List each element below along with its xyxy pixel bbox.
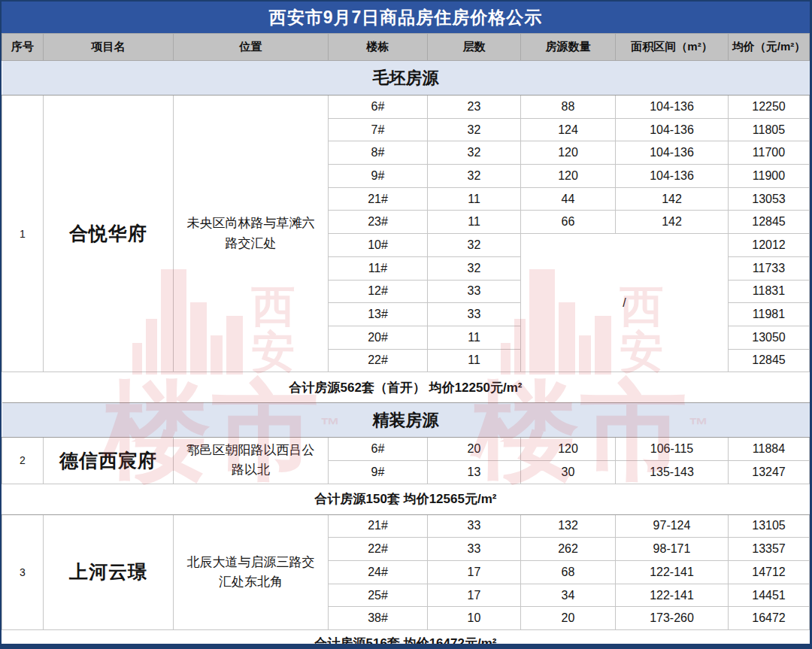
area-cell: 122-141 bbox=[616, 584, 729, 607]
serial-cell: 2 bbox=[2, 438, 44, 484]
page-title: 西安市9月7日商品房住房价格公示 bbox=[2, 2, 810, 33]
area-cell: 104-136 bbox=[616, 96, 729, 119]
floors-cell: 13 bbox=[428, 460, 521, 484]
location-cell: 未央区尚林路与草滩六路交汇处 bbox=[174, 96, 329, 372]
units-cell: 132 bbox=[521, 514, 616, 538]
column-header-price: 均价（元/m²） bbox=[729, 34, 810, 61]
location-cell: 鄠邑区朝阳路以西吕公路以北 bbox=[174, 438, 329, 484]
section-header-rough: 毛坯房源 bbox=[2, 61, 810, 96]
area-cell: 122-141 bbox=[616, 561, 729, 584]
price-cell: 13247 bbox=[729, 460, 810, 484]
floors-cell: 32 bbox=[428, 256, 521, 280]
floors-cell: 32 bbox=[428, 165, 521, 188]
serial-cell: 3 bbox=[2, 514, 44, 629]
price-cell: 13050 bbox=[729, 326, 810, 349]
building-cell: 12# bbox=[329, 280, 428, 303]
table-row: 3 上河云璟 北辰大道与启源三路交汇处东北角 21# 33 132 97-124… bbox=[2, 514, 810, 538]
area-cell: 106-115 bbox=[616, 438, 729, 461]
price-table: 序号 项目名 位置 楼栋 层数 房源数量 面积区间（m²） 均价（元/m²） 毛… bbox=[2, 33, 810, 644]
building-cell: 13# bbox=[329, 303, 428, 326]
area-cell: 104-136 bbox=[616, 165, 729, 188]
floors-cell: 20 bbox=[428, 438, 521, 461]
column-header-serial: 序号 bbox=[2, 34, 44, 61]
project-name-cell: 上河云璟 bbox=[44, 514, 174, 629]
area-cell: 104-136 bbox=[616, 118, 729, 141]
floors-cell: 33 bbox=[428, 538, 521, 561]
price-cell: 12250 bbox=[729, 96, 810, 119]
price-cell: 11805 bbox=[729, 118, 810, 141]
units-cell: 20 bbox=[521, 607, 616, 630]
building-cell: 21# bbox=[329, 514, 428, 538]
price-cell: 12012 bbox=[729, 234, 810, 257]
price-cell: 11884 bbox=[729, 438, 810, 461]
building-cell: 6# bbox=[329, 96, 428, 119]
building-cell: 22# bbox=[329, 538, 428, 561]
price-cell: 13357 bbox=[729, 538, 810, 561]
no-data-cell: / bbox=[521, 234, 729, 372]
floors-cell: 33 bbox=[428, 280, 521, 303]
table-row: 2 德信西宸府 鄠邑区朝阳路以西吕公路以北 6# 20 120 106-115 … bbox=[2, 438, 810, 461]
column-header-units: 房源数量 bbox=[521, 34, 616, 61]
units-cell: 120 bbox=[521, 165, 616, 188]
building-cell: 9# bbox=[329, 460, 428, 484]
price-cell: 11900 bbox=[729, 165, 810, 188]
units-cell: 88 bbox=[521, 96, 616, 119]
price-cell: 11700 bbox=[729, 141, 810, 165]
floors-cell: 32 bbox=[428, 234, 521, 257]
floors-cell: 10 bbox=[428, 607, 521, 630]
area-cell: 173-260 bbox=[616, 607, 729, 630]
column-header-area: 面积区间（m²） bbox=[616, 34, 729, 61]
price-cell: 12845 bbox=[729, 349, 810, 372]
units-cell: 120 bbox=[521, 438, 616, 461]
building-cell: 20# bbox=[329, 326, 428, 349]
summary-row-project-3: 合计房源516套 均价16472元/m² bbox=[2, 630, 810, 644]
units-cell: 66 bbox=[521, 211, 616, 234]
area-cell: 104-136 bbox=[616, 141, 729, 165]
building-cell: 38# bbox=[329, 607, 428, 630]
price-cell: 13053 bbox=[729, 187, 810, 211]
price-table-panel: 西安市9月7日商品房住房价格公示 序号 项目名 位置 楼栋 层数 房源数量 面积… bbox=[2, 2, 810, 644]
floors-cell: 17 bbox=[428, 584, 521, 607]
area-cell: 142 bbox=[616, 211, 729, 234]
building-cell: 10# bbox=[329, 234, 428, 257]
price-cell: 14712 bbox=[729, 561, 810, 584]
building-cell: 6# bbox=[329, 438, 428, 461]
building-cell: 9# bbox=[329, 165, 428, 188]
column-header-floors: 层数 bbox=[428, 34, 521, 61]
building-cell: 24# bbox=[329, 561, 428, 584]
price-cell: 16472 bbox=[729, 607, 810, 630]
summary-row-project-2: 合计房源150套 均价12565元/m² bbox=[2, 484, 810, 514]
building-cell: 11# bbox=[329, 256, 428, 280]
column-header-location: 位置 bbox=[174, 34, 329, 61]
building-cell: 22# bbox=[329, 349, 428, 372]
floors-cell: 33 bbox=[428, 303, 521, 326]
floors-cell: 11 bbox=[428, 211, 521, 234]
project-name-cell: 德信西宸府 bbox=[44, 438, 174, 484]
section-header-furnished: 精装房源 bbox=[2, 403, 810, 438]
area-cell: 142 bbox=[616, 187, 729, 211]
price-cell: 11981 bbox=[729, 303, 810, 326]
area-cell: 135-143 bbox=[616, 460, 729, 484]
units-cell: 68 bbox=[521, 561, 616, 584]
column-header-project: 项目名 bbox=[44, 34, 174, 61]
units-cell: 120 bbox=[521, 141, 616, 165]
price-cell: 13105 bbox=[729, 514, 810, 538]
building-cell: 25# bbox=[329, 584, 428, 607]
area-cell: 98-171 bbox=[616, 538, 729, 561]
price-cell: 11733 bbox=[729, 256, 810, 280]
price-cell: 14451 bbox=[729, 584, 810, 607]
location-cell: 北辰大道与启源三路交汇处东北角 bbox=[174, 514, 329, 629]
floors-cell: 11 bbox=[428, 326, 521, 349]
floors-cell: 32 bbox=[428, 141, 521, 165]
units-cell: 30 bbox=[521, 460, 616, 484]
summary-row-project-1: 合计房源562套（首开） 均价12250元/m² bbox=[2, 372, 810, 403]
floors-cell: 11 bbox=[428, 349, 521, 372]
building-cell: 23# bbox=[329, 211, 428, 234]
building-cell: 21# bbox=[329, 187, 428, 211]
building-cell: 7# bbox=[329, 118, 428, 141]
floors-cell: 17 bbox=[428, 561, 521, 584]
units-cell: 44 bbox=[521, 187, 616, 211]
page-frame: 西安市9月7日商品房住房价格公示 序号 项目名 位置 楼栋 层数 房源数量 面积… bbox=[0, 0, 812, 649]
project-name-cell: 合悦华府 bbox=[44, 96, 174, 372]
units-cell: 124 bbox=[521, 118, 616, 141]
